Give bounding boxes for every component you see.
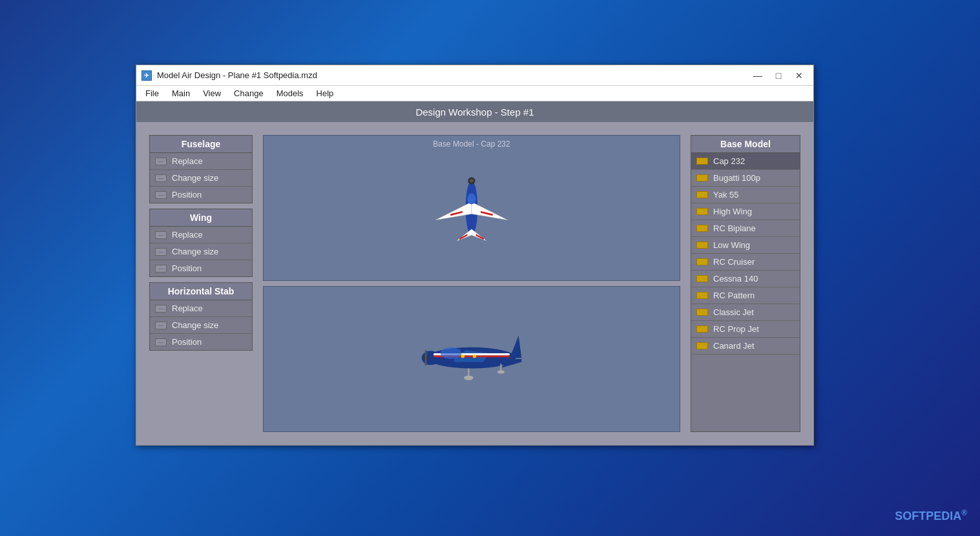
hstab-position-button[interactable]: Position bbox=[150, 334, 252, 350]
softpedia-watermark: SOFTPEDIA® bbox=[895, 508, 967, 523]
menu-file[interactable]: File bbox=[139, 87, 165, 99]
fuselage-replace-icon bbox=[155, 158, 167, 165]
menu-view[interactable]: View bbox=[196, 87, 227, 99]
right-panel: Base Model Cap 232 Bugatti 100p Yak 55 H… bbox=[691, 135, 800, 432]
model-item-rcpattern[interactable]: RC Pattern bbox=[691, 287, 800, 304]
model-item-rccruiser[interactable]: RC Cruiser bbox=[691, 254, 800, 271]
model-icon-rcpropjet bbox=[696, 325, 708, 333]
model-icon-yak55 bbox=[696, 191, 708, 198]
top-view-label: Base Model - Cap 232 bbox=[264, 139, 680, 149]
model-list: Base Model Cap 232 Bugatti 100p Yak 55 H… bbox=[691, 135, 800, 432]
menu-main[interactable]: Main bbox=[165, 87, 196, 99]
menu-models[interactable]: Models bbox=[270, 87, 310, 99]
close-button[interactable]: ✕ bbox=[790, 68, 808, 83]
fuselage-changesize-icon bbox=[155, 174, 167, 182]
model-icon-highwing bbox=[696, 208, 708, 215]
minimize-button[interactable]: — bbox=[749, 68, 767, 83]
svg-point-10 bbox=[470, 179, 474, 183]
menu-change[interactable]: Change bbox=[227, 87, 270, 99]
menu-help[interactable]: Help bbox=[310, 87, 340, 99]
fuselage-changesize-button[interactable]: Change size bbox=[150, 170, 252, 187]
fuselage-position-icon bbox=[155, 191, 167, 199]
svg-marker-14 bbox=[510, 336, 521, 358]
wing-position-button[interactable]: Position bbox=[150, 260, 252, 276]
wing-replace-button[interactable]: Replace bbox=[150, 227, 252, 243]
menu-bar: File Main View Change Models Help bbox=[136, 86, 813, 101]
model-item-highwing[interactable]: High Wing bbox=[691, 203, 800, 220]
window-controls: — □ ✕ bbox=[749, 68, 808, 83]
maximize-button[interactable]: □ bbox=[769, 68, 787, 83]
wing-changesize-icon bbox=[155, 248, 167, 256]
wing-replace-icon bbox=[155, 231, 167, 239]
hstab-header: Horizontal Stab bbox=[150, 283, 252, 300]
window-title: Model Air Design - Plane #1 Softpedia.mz… bbox=[157, 70, 749, 80]
side-view bbox=[263, 286, 680, 432]
wing-section: Wing Replace Change size Position bbox=[149, 209, 253, 277]
top-view: Base Model - Cap 232 bbox=[263, 135, 680, 281]
plane-top-svg bbox=[420, 163, 523, 253]
hstab-replace-button[interactable]: Replace bbox=[150, 300, 252, 317]
fuselage-replace-button[interactable]: Replace bbox=[150, 153, 252, 170]
svg-point-11 bbox=[467, 194, 475, 205]
model-icon-cessna140 bbox=[696, 275, 708, 282]
main-window: ✈ Model Air Design - Plane #1 Softpedia.… bbox=[136, 65, 814, 446]
hstab-replace-icon bbox=[155, 305, 167, 313]
hstab-changesize-icon bbox=[155, 322, 167, 329]
fuselage-position-button[interactable]: Position bbox=[150, 187, 252, 203]
model-icon-lowwing bbox=[696, 242, 708, 249]
wing-header: Wing bbox=[150, 209, 252, 227]
title-bar: ✈ Model Air Design - Plane #1 Softpedia.… bbox=[136, 65, 813, 86]
svg-point-23 bbox=[464, 375, 474, 380]
model-icon-canardjet bbox=[696, 342, 708, 349]
svg-marker-6 bbox=[472, 229, 486, 242]
main-content: Fuselage Replace Change size Position Wi… bbox=[136, 122, 813, 445]
model-item-rcpropjet[interactable]: RC Prop Jet bbox=[691, 321, 800, 338]
model-item-rcbiplane[interactable]: RC Biplane bbox=[691, 220, 800, 237]
fuselage-section: Fuselage Replace Change size Position bbox=[149, 135, 253, 203]
model-icon-cap232 bbox=[696, 158, 708, 165]
wing-changesize-button[interactable]: Change size bbox=[150, 243, 252, 260]
center-panel: Base Model - Cap 232 bbox=[263, 135, 680, 432]
model-item-canardjet[interactable]: Canard Jet bbox=[691, 338, 800, 355]
svg-marker-5 bbox=[457, 229, 472, 242]
model-item-cap232[interactable]: Cap 232 bbox=[691, 153, 800, 170]
step-header: Design Workshop - Step #1 bbox=[136, 101, 813, 122]
fuselage-header: Fuselage bbox=[150, 136, 252, 153]
hstab-section: Horizontal Stab Replace Change size Posi… bbox=[149, 282, 253, 351]
model-icon-rcbiplane bbox=[696, 225, 708, 232]
plane-side-svg bbox=[407, 324, 536, 395]
svg-point-25 bbox=[497, 370, 505, 373]
wing-position-icon bbox=[155, 265, 167, 273]
svg-point-27 bbox=[473, 355, 476, 358]
model-item-bugatti[interactable]: Bugatti 100p bbox=[691, 170, 800, 187]
app-icon: ✈ bbox=[141, 70, 152, 81]
model-item-lowwing[interactable]: Low Wing bbox=[691, 237, 800, 254]
model-icon-bugatti bbox=[696, 174, 708, 181]
model-icon-classicjet bbox=[696, 309, 708, 316]
model-item-cessna140[interactable]: Cessna 140 bbox=[691, 271, 800, 287]
hstab-position-icon bbox=[155, 338, 167, 346]
model-icon-rcpattern bbox=[696, 292, 708, 299]
left-panel: Fuselage Replace Change size Position Wi… bbox=[149, 135, 253, 432]
model-item-classicjet[interactable]: Classic Jet bbox=[691, 304, 800, 321]
model-icon-rccruiser bbox=[696, 258, 708, 265]
svg-point-26 bbox=[461, 355, 464, 358]
svg-point-19 bbox=[441, 347, 462, 359]
model-item-yak55[interactable]: Yak 55 bbox=[691, 187, 800, 203]
model-list-header: Base Model bbox=[691, 136, 800, 153]
hstab-changesize-button[interactable]: Change size bbox=[150, 317, 252, 334]
